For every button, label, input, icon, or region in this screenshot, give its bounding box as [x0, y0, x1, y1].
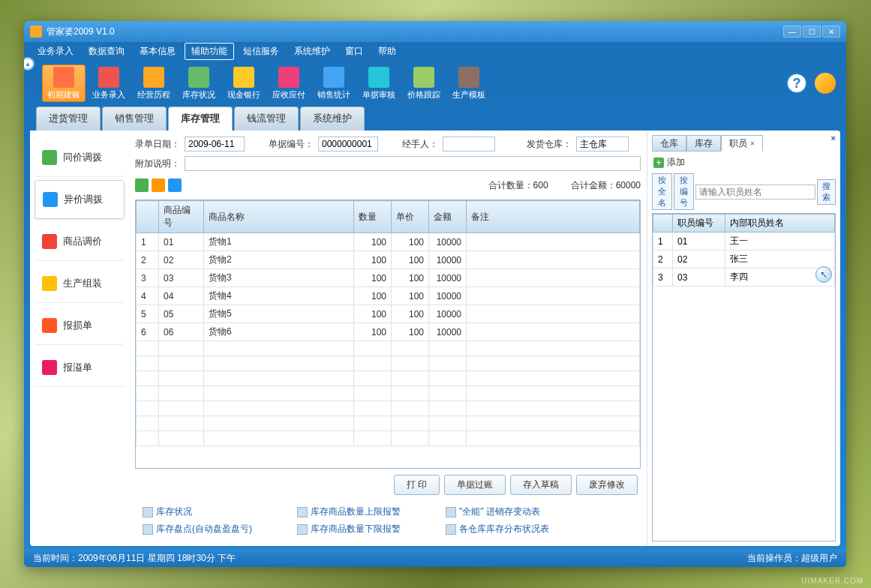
action-button-0[interactable]: 打 印: [394, 475, 440, 495]
toolbar-1[interactable]: 业务录入: [87, 64, 131, 102]
main-tab-3[interactable]: 钱流管理: [234, 106, 299, 130]
search-by-name-button[interactable]: 按全名: [652, 173, 672, 210]
sum-amt-label: 合计金额：: [571, 180, 616, 190]
grid-icon-2[interactable]: [152, 178, 165, 192]
menu-6[interactable]: 窗口: [339, 44, 369, 59]
toolbar-icon-9: [458, 67, 479, 88]
grid-icon-3[interactable]: [168, 178, 182, 192]
form-area: 录单日期： 单据编号： 经手人： 发货仓库： 附加说明：: [129, 130, 647, 546]
right-tab-0[interactable]: 仓库: [652, 135, 686, 152]
menu-1[interactable]: 数据查询: [83, 44, 131, 59]
toolbar-3[interactable]: 库存状况: [177, 64, 221, 102]
search-button[interactable]: 搜索: [817, 179, 836, 205]
right-grid-header-0[interactable]: [653, 214, 673, 232]
link-0-0[interactable]: 库存状况: [143, 506, 252, 518]
tab-close-icon[interactable]: ×: [750, 140, 755, 148]
toolbar-6[interactable]: 销售统计: [312, 64, 356, 102]
link-1-0[interactable]: 库存商品数量上限报警: [297, 506, 401, 518]
table-row[interactable]: 505货物510010010000: [137, 305, 640, 323]
toolbar-2[interactable]: 经营历程: [132, 64, 176, 102]
link-2-0[interactable]: "全能" 进销存变动表: [446, 506, 549, 518]
table-row[interactable]: 606货物610010010000: [137, 323, 640, 341]
grid-header-1[interactable]: 商品编号: [159, 201, 204, 233]
help-icon[interactable]: ?: [786, 73, 807, 94]
toolbar-icon-5: [278, 67, 299, 88]
search-input[interactable]: [695, 184, 815, 200]
right-grid-header-2[interactable]: 内部职员姓名: [725, 214, 835, 232]
menu-0[interactable]: 业务录入: [32, 44, 80, 59]
menu-3[interactable]: 辅助功能: [185, 43, 234, 60]
link-icon: [143, 507, 153, 518]
data-grid[interactable]: 商品编号商品名称数量单价金额备注101货物110010010000202货物21…: [135, 200, 641, 469]
toolbar-0[interactable]: 初期建账: [42, 64, 86, 102]
sidebar-icon-1: [43, 192, 58, 207]
table-row[interactable]: 404货物410010010000: [137, 287, 640, 305]
grid-header-2[interactable]: 商品名称: [204, 201, 354, 233]
table-row[interactable]: 101王一: [653, 232, 835, 250]
table-row[interactable]: [137, 431, 640, 446]
link-1-1[interactable]: 库存商品数量下限报警: [297, 523, 401, 536]
table-row[interactable]: [137, 416, 640, 431]
panel-close-icon[interactable]: ×: [831, 134, 836, 142]
grid-header-5[interactable]: 金额: [429, 201, 467, 233]
add-button[interactable]: + 添加: [652, 152, 836, 173]
sidebar: 同价调拨异价调拨商品调价生产组装报损单报溢单: [30, 130, 129, 546]
menu-7[interactable]: 帮助: [372, 44, 402, 59]
date-input[interactable]: [185, 136, 245, 152]
table-row[interactable]: [137, 356, 640, 371]
toolbar-4[interactable]: 现金银行: [222, 64, 266, 102]
grid-header-0[interactable]: [137, 201, 159, 233]
grid-header-6[interactable]: 备注: [467, 201, 640, 233]
sidebar-item-4[interactable]: 报损单: [35, 306, 125, 345]
sidebar-item-1[interactable]: 异价调拨: [35, 180, 125, 219]
action-button-2[interactable]: 存入草稿: [510, 475, 572, 495]
toolbar-icon-6: [323, 67, 344, 88]
right-grid-header-1[interactable]: 职员编号: [673, 214, 725, 232]
right-tab-1[interactable]: 库存: [686, 135, 721, 152]
table-row[interactable]: 101货物110010010000: [137, 233, 640, 251]
table-row[interactable]: 202货物210010010000: [137, 251, 640, 269]
table-row[interactable]: 303货物310010010000: [137, 269, 640, 287]
toolbar-7[interactable]: 单据审核: [357, 64, 401, 102]
menu-5[interactable]: 系统维护: [288, 44, 336, 59]
window-controls: — ☐ ✕: [783, 26, 840, 38]
table-row[interactable]: [137, 371, 640, 386]
link-0-1[interactable]: 库存盘点(自动盘盈盘亏): [143, 523, 252, 536]
logo-icon[interactable]: [815, 73, 836, 94]
sidebar-item-5[interactable]: 报溢单: [35, 348, 125, 387]
grid-icon-1[interactable]: [135, 178, 149, 192]
main-tab-0[interactable]: 进货管理: [36, 106, 101, 130]
maximize-button[interactable]: ☐: [803, 26, 821, 38]
toolbar-collapse-icon[interactable]: ▲: [24, 57, 35, 70]
toolbar-5[interactable]: 应收应付: [267, 64, 311, 102]
action-button-3[interactable]: 废弃修改: [576, 475, 638, 495]
sidebar-item-3[interactable]: 生产组装: [35, 264, 125, 303]
bill-input[interactable]: [318, 136, 378, 152]
table-row[interactable]: [137, 401, 640, 416]
close-button[interactable]: ✕: [822, 26, 840, 38]
table-row[interactable]: [137, 386, 640, 401]
table-row[interactable]: [137, 341, 640, 356]
handler-input[interactable]: [443, 136, 495, 152]
search-by-no-button[interactable]: 按编号: [674, 173, 694, 210]
warehouse-input[interactable]: [576, 136, 629, 152]
main-tab-2[interactable]: 库存管理: [168, 106, 233, 130]
main-tab-1[interactable]: 销售管理: [102, 106, 167, 130]
table-row[interactable]: 202张三: [653, 250, 835, 268]
toolbar-8[interactable]: 价格跟踪: [402, 64, 446, 102]
right-tab-2[interactable]: 职员×: [721, 135, 763, 152]
main-tab-4[interactable]: 系统维护: [300, 106, 365, 130]
toolbar-9[interactable]: 生产模板: [447, 64, 491, 102]
table-row[interactable]: 303李四: [653, 268, 835, 286]
menu-4[interactable]: 短信服务: [237, 44, 285, 59]
menu-2[interactable]: 基本信息: [134, 44, 182, 59]
link-2-1[interactable]: 各仓库库存分布状况表: [446, 523, 549, 536]
sidebar-item-2[interactable]: 商品调价: [35, 222, 125, 261]
grid-header-3[interactable]: 数量: [354, 201, 392, 233]
remark-input[interactable]: [185, 156, 641, 171]
grid-header-4[interactable]: 单价: [392, 201, 429, 233]
minimize-button[interactable]: —: [783, 26, 801, 38]
action-button-1[interactable]: 单据过账: [444, 475, 506, 495]
employee-grid[interactable]: 职员编号内部职员姓名101王一202张三303李四 ↖: [652, 213, 836, 542]
sidebar-item-0[interactable]: 同价调拨: [35, 138, 125, 177]
